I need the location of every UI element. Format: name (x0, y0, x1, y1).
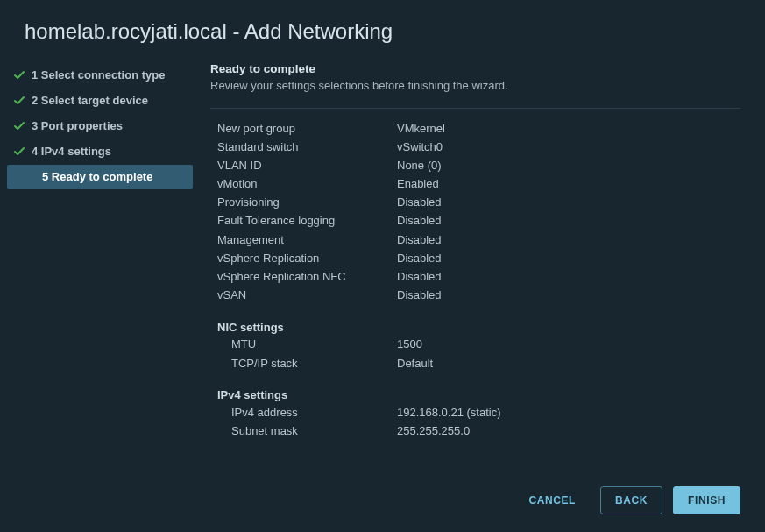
review-row: vMotionEnabled (217, 175, 740, 194)
review-value: Disabled (397, 232, 740, 248)
step-label: 3 Port properties (26, 119, 123, 134)
review-key: Management (217, 232, 397, 248)
nic-section-heading: NIC settings (217, 317, 740, 336)
review-row: IPv4 address192.168.0.21 (static) (217, 403, 740, 422)
review-key: Provisioning (217, 195, 397, 210)
dialog-body: 1 Select connection type 2 Select target… (0, 60, 765, 472)
review-key: Fault Tolerance logging (217, 213, 397, 229)
review-key: MTU (217, 337, 397, 352)
review-value: vSwitch0 (397, 139, 740, 155)
review-value: Disabled (397, 287, 740, 303)
review-key: New port group (217, 121, 397, 137)
content-title: Ready to complete (210, 62, 740, 75)
review-row: Subnet mask255.255.255.0 (217, 422, 740, 440)
review-value: Disabled (397, 195, 740, 210)
review-row: vSANDisabled (217, 287, 740, 305)
review-key: vSphere Replication NFC (217, 269, 397, 285)
review-row: ProvisioningDisabled (217, 194, 740, 212)
review-row: ManagementDisabled (217, 231, 740, 249)
review-value: Disabled (397, 269, 740, 285)
finish-button[interactable]: FINISH (673, 486, 740, 514)
review-row: vSphere ReplicationDisabled (217, 249, 740, 267)
content-subtitle: Review your settings selections before f… (210, 79, 740, 92)
content-header: Ready to complete Review your settings s… (210, 60, 740, 101)
review-value: VMkernel (397, 121, 740, 137)
wizard-dialog: homelab.rocyjati.local - Add Networking … (0, 0, 765, 532)
back-button[interactable]: BACK (600, 486, 662, 514)
review-key: VLAN ID (217, 158, 397, 174)
dialog-footer: CANCEL BACK FINISH (0, 472, 765, 532)
step-port-properties[interactable]: 3 Port properties (7, 114, 202, 139)
review-key: Standard switch (217, 139, 397, 155)
review-panel: New port groupVMkernel Standard switchvS… (210, 109, 740, 441)
review-row: Fault Tolerance loggingDisabled (217, 212, 740, 231)
review-row: Standard switchvSwitch0 (217, 138, 740, 156)
review-key: TCP/IP stack (217, 356, 397, 372)
step-label: 5 Ready to complete (26, 170, 152, 185)
checkmark-icon (14, 146, 26, 157)
dialog-title: homelab.rocyjati.local - Add Networking (0, 0, 765, 60)
step-label: 1 Select connection type (26, 68, 165, 83)
review-key: IPv4 address (217, 405, 397, 421)
review-value: Disabled (397, 251, 740, 266)
review-row: vSphere Replication NFCDisabled (217, 268, 740, 287)
checkmark-icon (14, 70, 26, 81)
step-ready-complete[interactable]: 5 Ready to complete (7, 165, 193, 190)
review-row: TCP/IP stackDefault (217, 354, 740, 372)
ipv4-section-heading: IPv4 settings (217, 385, 740, 403)
wizard-steps: 1 Select connection type 2 Select target… (0, 60, 202, 472)
review-value: Enabled (397, 176, 740, 192)
review-key: vSAN (217, 287, 397, 303)
review-row: MTU1500 (217, 336, 740, 354)
cancel-button[interactable]: CANCEL (514, 487, 590, 514)
review-row: VLAN IDNone (0) (217, 156, 740, 174)
review-key: vMotion (217, 176, 397, 192)
review-value: Disabled (397, 213, 740, 229)
step-label: 4 IPv4 settings (26, 145, 111, 160)
step-connection-type[interactable]: 1 Select connection type (7, 63, 202, 89)
review-value: Default (397, 356, 740, 372)
wizard-content: Ready to complete Review your settings s… (202, 60, 765, 472)
checkmark-icon (14, 121, 26, 131)
review-value: 192.168.0.21 (static) (397, 405, 740, 421)
step-target-device[interactable]: 2 Select target device (7, 89, 202, 114)
review-value: None (0) (397, 158, 740, 174)
review-key: vSphere Replication (217, 251, 397, 266)
review-value: 1500 (397, 337, 740, 352)
step-label: 2 Select target device (26, 94, 148, 109)
review-key: Subnet mask (217, 423, 397, 439)
review-value: 255.255.255.0 (397, 423, 740, 439)
review-row: New port groupVMkernel (217, 119, 740, 138)
step-ipv4-settings[interactable]: 4 IPv4 settings (7, 139, 202, 165)
checkmark-icon (14, 96, 26, 106)
